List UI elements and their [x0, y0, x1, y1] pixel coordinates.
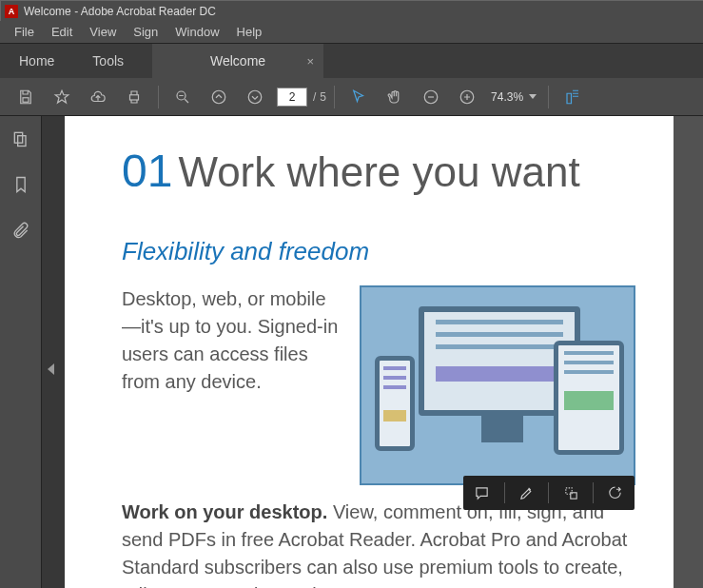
svg-rect-7	[14, 132, 22, 143]
devices-illustration	[360, 285, 635, 485]
titlebar: A Welcome - Adobe Acrobat Reader DC	[0, 0, 703, 21]
page-heading: 01Work where you want	[122, 145, 635, 197]
close-tab-icon[interactable]: ×	[306, 54, 314, 69]
save-icon[interactable]	[8, 78, 44, 116]
heading-title: Work where you want	[178, 148, 579, 195]
svg-rect-0	[23, 97, 29, 102]
menu-edit[interactable]: Edit	[43, 22, 81, 42]
menu-file[interactable]: File	[6, 22, 43, 42]
body-paragraph-1: Desktop, web, or mobile—it's up to you. …	[122, 285, 344, 485]
separator	[334, 86, 335, 108]
separator	[593, 482, 594, 503]
left-rail	[0, 116, 42, 588]
tab-tools[interactable]: Tools	[73, 44, 143, 78]
hand-icon[interactable]	[377, 78, 413, 116]
page-area[interactable]: 01Work where you want Flexibility and fr…	[65, 116, 703, 588]
comment-icon[interactable]	[466, 477, 498, 509]
zoom-level-label: 74.3%	[491, 90, 523, 104]
toolbar: / 5 74.3%	[0, 78, 703, 116]
thumbnails-icon[interactable]	[11, 129, 30, 152]
page-display-icon[interactable]	[555, 78, 591, 116]
page-number-input[interactable]	[277, 88, 307, 107]
chevron-down-icon	[529, 94, 537, 99]
edit-icon[interactable]	[599, 477, 632, 509]
page-total: 5	[320, 90, 326, 104]
document-page: 01Work where you want Flexibility and fr…	[65, 116, 674, 588]
selection-toolbar	[463, 476, 635, 510]
menubar: File Edit View Sign Window Help	[0, 21, 703, 44]
separator	[548, 482, 549, 503]
menu-window[interactable]: Window	[166, 22, 227, 42]
subheading: Flexibility and freedom	[122, 237, 635, 266]
highlight-icon[interactable]	[511, 477, 543, 509]
page-down-icon[interactable]	[237, 78, 273, 116]
zoom-level-select[interactable]: 74.3%	[485, 90, 542, 104]
svg-point-4	[248, 90, 262, 104]
svg-rect-8	[17, 136, 25, 147]
window-title: Welcome - Adobe Acrobat Reader DC	[24, 5, 216, 18]
tab-row: Home Tools Welcome ×	[0, 44, 703, 78]
separator	[504, 482, 505, 503]
separator	[158, 86, 159, 108]
body-paragraph-2: Work on your desktop. View, comment on, …	[122, 499, 635, 588]
separator	[548, 86, 549, 108]
tab-document-label: Welcome	[210, 53, 265, 69]
zoom-out-icon[interactable]	[165, 78, 201, 116]
tab-document[interactable]: Welcome ×	[152, 44, 323, 78]
panel-gutter[interactable]	[42, 116, 65, 588]
svg-point-3	[212, 90, 225, 104]
bookmark-icon[interactable]	[11, 175, 30, 198]
menu-view[interactable]: View	[81, 22, 125, 42]
cloud-icon[interactable]	[80, 78, 116, 116]
tab-home[interactable]: Home	[0, 44, 73, 78]
print-icon[interactable]	[116, 78, 152, 116]
app-icon: A	[5, 5, 18, 18]
page-separator: /	[313, 90, 316, 104]
heading-number: 01	[122, 146, 172, 196]
workspace: 01Work where you want Flexibility and fr…	[0, 116, 703, 588]
zoom-plus-icon[interactable]	[449, 78, 485, 116]
menu-sign[interactable]: Sign	[125, 22, 166, 42]
svg-rect-1	[130, 94, 139, 99]
p2-strong: Work on your desktop.	[122, 501, 327, 522]
copy-image-icon[interactable]	[555, 477, 587, 509]
attachment-icon[interactable]	[11, 221, 30, 244]
page-up-icon[interactable]	[201, 78, 237, 116]
star-icon[interactable]	[44, 78, 80, 116]
menu-help[interactable]: Help	[228, 22, 271, 42]
selection-arrow-icon[interactable]	[341, 78, 377, 116]
zoom-minus-icon[interactable]	[413, 78, 449, 116]
collapse-handle-icon[interactable]	[48, 363, 54, 375]
